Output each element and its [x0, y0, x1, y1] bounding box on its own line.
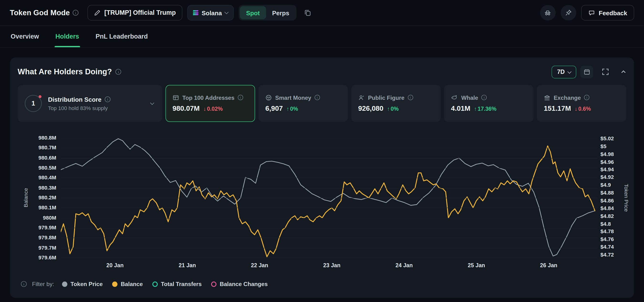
legend-filter-label: Filter by: [32, 281, 54, 288]
stat-value: 151.17M [544, 105, 571, 113]
chain-selector[interactable]: Solana [187, 5, 234, 20]
incognito-icon[interactable] [540, 5, 556, 20]
calendar-icon[interactable] [580, 65, 593, 78]
y-axis-title-token-price: Token Price [622, 138, 630, 258]
x-axis-tick: 25 Jan [468, 262, 485, 269]
stat-delta: ↓0.02% [203, 106, 222, 112]
plot-area[interactable] [61, 138, 598, 258]
gridline [61, 198, 598, 198]
gridline [61, 138, 598, 138]
y-axis-tick-left: 980M [10, 215, 56, 221]
stat-label: Whale [461, 94, 478, 101]
chart-legend: Filter by: Token Price Balance Total Tra… [21, 281, 272, 288]
info-icon[interactable] [584, 95, 590, 100]
gridline [61, 258, 598, 258]
info-icon[interactable] [314, 95, 320, 100]
panel-header: What Are Holders Doing? 7D [18, 64, 629, 79]
distribution-score-badge: 1 [24, 95, 42, 112]
top-header: Token God Mode [TRUMP] Official Trump So… [0, 0, 644, 26]
timeframe-dropdown[interactable]: 7D [552, 65, 576, 78]
legend-label: Token Price [70, 281, 103, 288]
gridline [61, 168, 598, 168]
alert-dot [38, 95, 42, 98]
tab-overview[interactable]: Overview [10, 26, 40, 47]
gridline [61, 228, 598, 228]
distribution-score-value: 1 [32, 100, 35, 107]
legend-item-total-transfers[interactable]: Total Transfers [152, 281, 202, 288]
token-god-mode-page: Token God Mode [TRUMP] Official Trump So… [0, 0, 644, 302]
info-icon[interactable] [105, 96, 110, 102]
copy-icon[interactable] [302, 7, 314, 19]
legend-item-token-price[interactable]: Token Price [62, 281, 103, 288]
spot-toggle[interactable]: Spot [240, 6, 266, 19]
chevron-down-icon [224, 10, 228, 14]
pin-icon[interactable] [560, 5, 576, 20]
legend-item-balance-changes[interactable]: Balance Changes [211, 281, 268, 288]
perps-toggle[interactable]: Perps [266, 6, 296, 19]
stat-label: Exchange [554, 94, 581, 101]
tab-holders[interactable]: Holders [54, 26, 80, 47]
page-title: Token God Mode [10, 8, 70, 17]
stat-label: Smart Money [275, 94, 312, 101]
info-icon [21, 281, 27, 287]
stat-value: 926,080 [358, 105, 384, 113]
y-axis-tick-left: 979.9M [10, 225, 56, 231]
y-axis-tick-left: 979.7M [10, 244, 56, 251]
solana-icon [193, 10, 198, 16]
stat-value: 6,907 [265, 105, 283, 113]
y-axis-tick-left: 980.4M [10, 175, 56, 181]
stat-card-row: 1 Distribution Score Top 100 hold 83% su… [18, 85, 626, 122]
smart-money-face-icon [265, 94, 272, 101]
feedback-button[interactable]: Feedback [581, 5, 634, 20]
stat-card-top-100-addresses[interactable]: Top 100 Addresses 980.07M ↓0.02% [166, 85, 255, 122]
token-name: [TRUMP] Official Trump [104, 9, 176, 16]
distribution-subtitle: Top 100 hold 83% supply [48, 105, 145, 111]
info-icon[interactable] [408, 95, 413, 100]
legend-item-balance[interactable]: Balance [112, 281, 143, 288]
stat-delta: ↑0% [286, 106, 298, 112]
chevron-down-icon [568, 69, 572, 73]
chevron-down-icon[interactable] [150, 100, 154, 105]
gridline [61, 248, 598, 248]
edit-pencil-icon [94, 9, 101, 16]
x-axis-tick: 22 Jan [251, 262, 268, 269]
stat-card-exchange[interactable]: Exchange 151.17M ↓0.6% [537, 85, 626, 122]
info-icon[interactable] [482, 95, 487, 100]
y-axis-tick-left: 980.2M [10, 195, 56, 201]
collapse-chevron-up-icon[interactable] [618, 66, 629, 77]
chain-name: Solana [202, 9, 222, 16]
token-price-swatch [62, 281, 67, 287]
balance-changes-swatch [211, 281, 216, 287]
gridline [61, 238, 598, 238]
series-line-balance [61, 146, 595, 257]
info-icon[interactable] [116, 69, 121, 74]
series-line-token-price [61, 139, 595, 256]
balance-swatch [112, 281, 117, 287]
distribution-score-card[interactable]: 1 Distribution Score Top 100 hold 83% su… [18, 85, 162, 122]
gridline [61, 178, 598, 178]
gridline [61, 218, 598, 218]
tab-pnl-leaderboard[interactable]: PnL Leaderboard [94, 26, 148, 47]
timeframe-value: 7D [557, 69, 565, 75]
y-axis-tick-left: 980.1M [10, 205, 56, 211]
gridline [61, 208, 598, 208]
y-axis-left: 980.8M980.7M980.6M980.5M980.4M980.3M980.… [10, 133, 56, 277]
panel-title: What Are Holders Doing? [18, 67, 112, 76]
public-figure-icon [358, 94, 365, 101]
chart-region: Balance 980.8M980.7M980.6M980.5M980.4M98… [10, 133, 634, 277]
y-axis-tick-left: 979.8M [10, 235, 56, 241]
speech-bubble-icon [588, 9, 595, 16]
stat-card-smart-money[interactable]: Smart Money 6,907 ↑0% [258, 85, 348, 122]
info-icon[interactable] [73, 10, 78, 15]
x-axis-tick: 24 Jan [396, 262, 412, 269]
token-selector[interactable]: [TRUMP] Official Trump [88, 5, 182, 20]
table-icon [172, 94, 179, 101]
stat-label: Top 100 Addresses [182, 94, 234, 101]
stat-card-whale[interactable]: Whale 4.01M ↑17.36% [444, 85, 534, 122]
info-icon[interactable] [238, 95, 243, 100]
stat-delta: ↑0% [387, 106, 399, 112]
stat-delta: ↓0.6% [575, 106, 591, 112]
fullscreen-icon[interactable] [600, 66, 611, 77]
stat-card-public-figure[interactable]: Public Figure 926,080 ↑0% [351, 85, 441, 122]
total-transfers-swatch [152, 281, 158, 287]
